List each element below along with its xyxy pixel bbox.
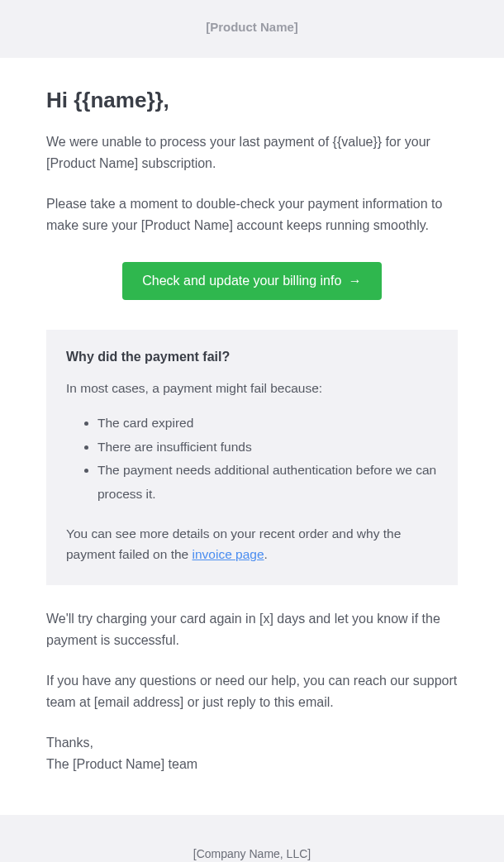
info-box-title: Why did the payment fail? (66, 350, 438, 364)
signoff-team: The [Product Name] team (46, 757, 197, 771)
footer-company: [Company Name, LLC] (0, 845, 504, 862)
cta-container: Check and update your billing info → (46, 262, 458, 300)
info-box-outro: You can see more details on your recent … (66, 523, 438, 565)
invoice-page-link[interactable]: invoice page (193, 547, 264, 561)
info-box-intro: In most cases, a payment might fail beca… (66, 378, 438, 399)
greeting: Hi {{name}}, (46, 88, 458, 113)
list-item: There are insufficient funds (97, 436, 438, 460)
list-item: The payment needs additional authenticat… (97, 459, 438, 506)
email-footer: [Company Name, LLC] 1234 Street Rd. Suit… (0, 815, 504, 862)
email-header: [Product Name] (0, 0, 504, 58)
cta-label: Check and update your billing info (142, 274, 341, 288)
payment-fail-info-box: Why did the payment fail? In most cases,… (46, 330, 458, 585)
signoff-thanks: Thanks, (46, 736, 93, 750)
update-billing-button[interactable]: Check and update your billing info → (122, 262, 382, 300)
signoff: Thanks, The [Product Name] team (46, 732, 458, 776)
product-name-header: [Product Name] (206, 20, 298, 34)
list-item: The card expired (97, 412, 438, 436)
failure-reasons-list: The card expired There are insufficient … (66, 412, 438, 507)
arrow-right-icon: → (349, 274, 362, 288)
retry-paragraph: We'll try charging your card again in [x… (46, 608, 458, 652)
intro-paragraph-1: We were unable to process your last paym… (46, 131, 458, 175)
email-body: Hi {{name}}, We were unable to process y… (0, 58, 504, 815)
support-paragraph: If you have any questions or need our he… (46, 670, 458, 714)
outro-text-after: . (264, 547, 268, 561)
intro-paragraph-2: Please take a moment to double-check you… (46, 193, 458, 237)
